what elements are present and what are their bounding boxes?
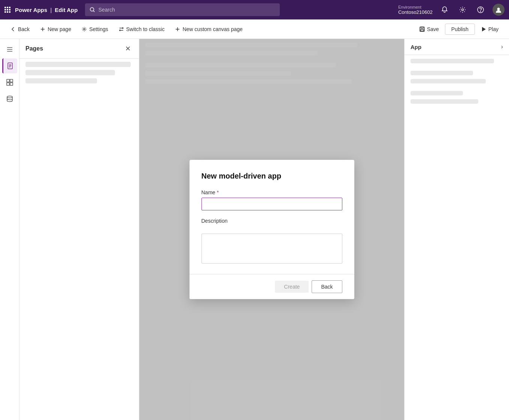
play-icon (481, 27, 486, 32)
svg-point-6 (84, 28, 85, 30)
new-canvas-label: New custom canvas page (182, 26, 242, 32)
plus-icon-canvas (175, 27, 180, 32)
app-skeleton-4 (410, 91, 463, 95)
dialog-body: New model-driven app Name * Description (190, 160, 354, 274)
play-button[interactable]: Play (476, 24, 503, 34)
search-icon (90, 7, 95, 13)
canvas-area: New model-driven app Name * Description … (139, 39, 404, 420)
back-button[interactable]: Back (6, 24, 34, 34)
name-label-text: Name (202, 189, 215, 195)
gear-icon-toolbar (82, 27, 87, 32)
dialog: New model-driven app Name * Description … (190, 160, 354, 299)
toolbar-right: Save Publish Play (415, 24, 503, 35)
back-label: Back (18, 26, 30, 32)
name-field-label: Name * (202, 189, 342, 195)
pages-panel-title: Pages (25, 45, 43, 52)
svg-rect-8 (421, 27, 423, 28)
new-canvas-button[interactable]: New custom canvas page (170, 24, 247, 34)
toolbar: Back New page Settings Switch to classic… (0, 19, 509, 39)
brand-separator: | (50, 7, 52, 13)
settings-button[interactable] (457, 4, 469, 16)
help-icon (477, 6, 484, 13)
app-skeleton-5 (410, 99, 478, 104)
brand-logo: Power Apps | Edit App (15, 7, 78, 13)
app-skeleton-2 (410, 71, 473, 75)
database-icon (6, 95, 13, 102)
page-icon (7, 63, 13, 69)
bell-icon (441, 6, 448, 13)
components-icon (6, 79, 13, 86)
gear-icon (459, 6, 466, 13)
help-button[interactable] (475, 4, 487, 16)
user-avatar[interactable] (493, 4, 505, 16)
edit-app-label: Edit App (55, 7, 78, 13)
play-label: Play (488, 26, 499, 32)
settings-toolbar-button[interactable]: Settings (77, 24, 113, 34)
waffle-menu[interactable] (4, 7, 10, 13)
modal-overlay: New model-driven app Name * Description … (139, 39, 404, 420)
env-label: Environment (398, 5, 433, 9)
svg-rect-13 (10, 79, 13, 82)
sidebar-item-menu[interactable] (2, 42, 17, 57)
save-button[interactable]: Save (415, 24, 443, 34)
plus-icon-new-page (40, 27, 45, 32)
publish-label: Publish (451, 26, 469, 32)
notifications-button[interactable] (439, 4, 451, 16)
svg-rect-14 (7, 83, 9, 85)
chevron-right-icon[interactable]: › (501, 43, 503, 50)
close-icon: ✕ (125, 45, 131, 53)
settings-label: Settings (89, 26, 108, 32)
svg-point-2 (462, 9, 464, 11)
svg-line-1 (93, 10, 94, 12)
skeleton-row-2 (25, 70, 115, 75)
main-layout: Pages ✕ New model-driven app Name * (0, 39, 509, 420)
skeleton-row-3 (25, 78, 97, 83)
app-skeleton-3 (410, 79, 486, 83)
name-input[interactable] (202, 198, 342, 210)
brand-name: Power Apps (15, 7, 47, 13)
svg-marker-10 (482, 27, 486, 31)
nav-right: Environment Contoso210602 (398, 4, 505, 16)
svg-rect-9 (421, 30, 424, 31)
pages-panel: Pages ✕ (19, 39, 139, 420)
svg-point-16 (7, 96, 12, 98)
description-input[interactable] (202, 234, 342, 264)
svg-point-5 (497, 8, 500, 10)
dialog-title: New model-driven app (202, 172, 342, 180)
save-label: Save (427, 26, 439, 32)
search-input[interactable] (99, 7, 276, 13)
save-icon (419, 27, 425, 32)
description-field-label: Description (202, 218, 342, 224)
search-bar[interactable] (85, 3, 280, 16)
sidebar-item-components[interactable] (2, 75, 17, 90)
sidebar-item-pages[interactable] (2, 58, 17, 73)
app-panel-header: App › (405, 39, 509, 55)
environment-info: Environment Contoso210602 (398, 5, 433, 15)
avatar-icon (495, 6, 502, 13)
switch-icon (119, 27, 124, 32)
switch-classic-label: Switch to classic (126, 26, 165, 32)
app-panel: App › (404, 39, 509, 420)
top-navbar: Power Apps | Edit App Environment Contos… (0, 0, 509, 19)
publish-button[interactable]: Publish (445, 24, 475, 35)
back-dialog-button[interactable]: Back (312, 280, 342, 293)
new-page-label: New page (48, 26, 71, 32)
svg-rect-12 (7, 79, 9, 82)
required-star: * (217, 189, 219, 195)
app-skeleton-1 (410, 59, 494, 63)
create-button[interactable]: Create (275, 281, 309, 293)
new-page-button[interactable]: New page (36, 24, 76, 34)
app-panel-title: App (410, 44, 421, 50)
sidebar-icons (0, 39, 19, 420)
switch-classic-button[interactable]: Switch to classic (114, 24, 169, 34)
skeleton-row-1 (25, 62, 131, 67)
dialog-footer: Create Back (190, 274, 354, 299)
env-name: Contoso210602 (398, 9, 433, 15)
sidebar-item-data[interactable] (2, 91, 17, 106)
description-label-text: Description (202, 218, 228, 224)
menu-icon (6, 46, 13, 53)
svg-rect-15 (10, 83, 13, 85)
pages-panel-header: Pages ✕ (19, 39, 139, 59)
pages-panel-close[interactable]: ✕ (122, 43, 133, 54)
svg-point-4 (481, 11, 481, 12)
